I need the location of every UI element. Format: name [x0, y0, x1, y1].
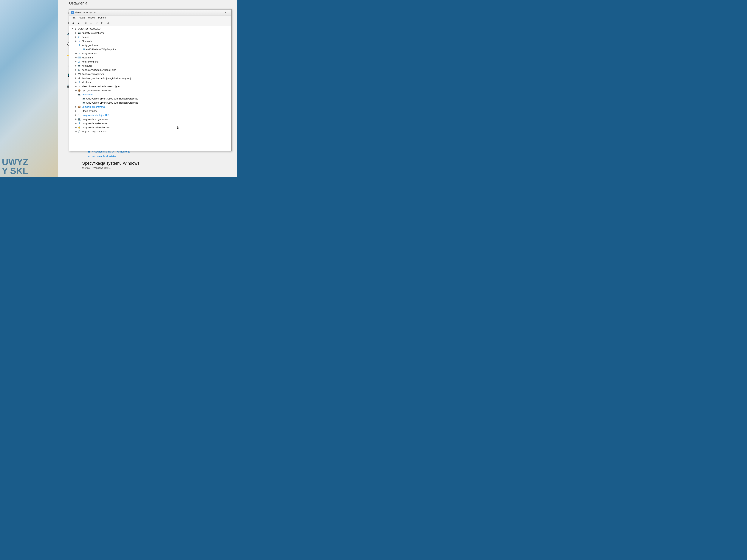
- tree-item-oprogramowanie[interactable]: ▶ 📦 Oprogramowanie układowe: [69, 88, 231, 92]
- kontrolery-magazynu-label: Kontrolery magazynu: [82, 73, 105, 75]
- tree-item-klawiatury[interactable]: ▶ ⌨ Klawiatury: [69, 55, 231, 59]
- version-value: Windows 10 H...: [93, 166, 111, 169]
- tree-item-amd-radeon[interactable]: 🖥 AMD Radeon(TM) Graphics: [69, 47, 231, 51]
- version-row: Wersja Windows 10 H...: [82, 166, 232, 169]
- cpu1-icon: 💻: [82, 97, 85, 100]
- tree-item-stacje[interactable]: ▶ — Stacje dysków: [69, 109, 231, 113]
- bluetooth-icon: ✦: [77, 39, 81, 43]
- tree-item-kontrolery-magazynu[interactable]: ▶ 💾 Kontrolery magazynu: [69, 72, 231, 76]
- procesory-icon: 💻: [77, 93, 81, 96]
- kolejki-label: Kolejki wydruku: [82, 60, 98, 63]
- tree-item-karty-sieciowe[interactable]: ▶ 🖥 Karty sieciowe: [69, 51, 231, 55]
- background-text: UWYZ Y SKL: [0, 156, 61, 177]
- cpu1-label: AMD Athlon Silver 3050U with Radeon Grap…: [86, 97, 138, 100]
- aparaty-icon: 📷: [77, 31, 81, 34]
- kontrolery-dzwieku-label: Kontrolery dźwięku, wideo i gier: [82, 69, 116, 71]
- toolbar-btn-1[interactable]: ⊞: [83, 21, 88, 25]
- monitory-expander: ▶: [75, 81, 77, 84]
- menu-file[interactable]: Plik: [70, 16, 77, 20]
- device-manager-titlebar: 🖥 Menedżer urządzeń — □ ✕: [69, 9, 231, 16]
- skladniki-icon: 📦: [77, 105, 81, 108]
- background-photo: [0, 0, 61, 177]
- root-expander: ▼: [71, 27, 74, 30]
- komputer-icon: 💻: [77, 64, 81, 68]
- komputer-label: Komputer: [82, 64, 92, 67]
- programowe-label: Urządzenia programowe: [82, 118, 108, 121]
- tree-item-programowe[interactable]: ▶ 💻 Urządzenia programowe: [69, 117, 231, 121]
- mysz-label: Mysz i inne urządzenia wskazujące: [82, 85, 120, 88]
- tree-item-mysz[interactable]: ▶ 🖱 Mysz i inne urządzenia wskazujące: [69, 84, 231, 88]
- aparaty-expander: ▶: [75, 31, 77, 34]
- karty-graficzne-icon: 🖥: [77, 44, 81, 47]
- systemowe-label: Urządzenia systemowe: [82, 122, 107, 125]
- baterie-label: Baterie: [82, 36, 89, 38]
- close-button[interactable]: ✕: [221, 10, 230, 15]
- tree-item-zabezpieczen[interactable]: ▶ 🔒 Urządzenia zabezpieczeń: [69, 125, 231, 129]
- kontrolery-dzwieku-icon: 🔊: [77, 68, 81, 72]
- kontrolery-magazynu-icon: 💾: [77, 72, 81, 76]
- window-controls: — □ ✕: [203, 10, 230, 15]
- stacje-label: Stacje dysków: [82, 110, 97, 112]
- amd-radeon-label: AMD Radeon(TM) Graphics: [86, 48, 116, 51]
- tree-item-komputer[interactable]: ▶ 💻 Komputer: [69, 64, 231, 68]
- baterie-icon: ⬡: [77, 35, 81, 38]
- audio-icon: 🎵: [77, 130, 81, 133]
- zabezpieczen-icon: 🔒: [77, 126, 81, 129]
- spec-title: Specyfikacja systemu Windows: [82, 161, 232, 166]
- maximize-button[interactable]: □: [212, 10, 221, 15]
- karty-graficzne-label: Karty graficzne: [82, 44, 98, 47]
- programowe-expander: ▶: [75, 117, 77, 121]
- minimize-button[interactable]: —: [203, 10, 212, 15]
- klawiatury-expander: ▶: [75, 56, 77, 59]
- forward-button[interactable]: ▶: [76, 21, 81, 25]
- kontrolery-dzwieku-expander: ▶: [75, 68, 77, 71]
- tree-item-kontrolery-usb[interactable]: ▶ 🔌 Kontrolery uniwersalnej magistrali s…: [69, 76, 231, 80]
- tree-item-audio[interactable]: ▶ 🎵 Wejścia i wyjścia audio: [69, 129, 231, 133]
- tree-item-aparaty[interactable]: ▶ 📷 Aparaty fotograficzne: [69, 31, 231, 35]
- zabezpieczen-expander: ▶: [75, 126, 77, 129]
- stacje-icon: —: [77, 109, 81, 112]
- tree-item-bluetooth[interactable]: ▶ ✦ Bluetooth: [69, 39, 231, 43]
- menu-help[interactable]: Pomoc: [97, 16, 107, 20]
- menu-action[interactable]: Akcja: [77, 16, 86, 20]
- zabezpieczen-label: Urządzenia zabezpieczeń: [82, 126, 109, 129]
- monitory-icon: 🖥: [77, 80, 81, 84]
- shared-link[interactable]: ✂ Wspólne środowisko: [88, 155, 232, 158]
- hid-label: Urządzenia interfejsu HID: [82, 114, 109, 116]
- tree-item-baterie[interactable]: ▶ ⬡ Baterie: [69, 35, 231, 39]
- tree-item-kontrolery-dzwieku[interactable]: ▶ 🔊 Kontrolery dźwięku, wideo i gier: [69, 68, 231, 72]
- karty-sieciowe-expander: ▶: [75, 52, 77, 55]
- amd-radeon-icon: 🖥: [82, 48, 85, 51]
- tree-item-procesory[interactable]: ▼ 💻 Procesory: [69, 92, 231, 97]
- tree-item-systemowe[interactable]: ▶ 🖥 Urządzenia systemowe: [69, 121, 231, 125]
- back-button[interactable]: ◀: [70, 21, 76, 25]
- oprogramowanie-label: Oprogramowanie układowe: [82, 89, 111, 92]
- tree-item-cpu2[interactable]: 💻 AMD Athlon Silver 3050U with Radeon Gr…: [69, 101, 231, 105]
- karty-graficzne-expander: ▼: [75, 44, 77, 47]
- tree-root[interactable]: ▼ 🖥 DESKTOP-C2903LU: [69, 27, 231, 31]
- tree-item-hid[interactable]: ▶ 🖱 Urządzenia interfejsu HID: [69, 113, 231, 117]
- toolbar: ◀ ▶ ⊞ ☰ ? ⊟ 🖥: [69, 20, 231, 26]
- tree-item-karty-graficzne[interactable]: ▼ 🖥 Karty graficzne: [69, 43, 231, 47]
- programowe-icon: 💻: [77, 117, 81, 121]
- toolbar-btn-4[interactable]: ⊟: [100, 21, 105, 25]
- toolbar-btn-5[interactable]: 🖥: [105, 21, 110, 25]
- device-manager-title: Menedżer urządzeń: [75, 11, 202, 14]
- tree-item-cpu1[interactable]: 💻 AMD Athlon Silver 3050U with Radeon Gr…: [69, 97, 231, 101]
- toolbar-btn-3[interactable]: ?: [94, 21, 99, 25]
- procesory-expander: ▼: [75, 93, 77, 96]
- komputer-expander: ▶: [75, 64, 77, 67]
- menu-view[interactable]: Widok: [87, 16, 96, 20]
- device-manager-title-icon: 🖥: [71, 11, 74, 14]
- skladniki-expander: ▶: [75, 105, 77, 108]
- toolbar-btn-2[interactable]: ☰: [88, 21, 94, 25]
- tree-item-monitory[interactable]: ▶ 🖥 Monitory: [69, 80, 231, 84]
- cpu1-expander: [79, 97, 82, 100]
- systemowe-expander: ▶: [75, 122, 77, 125]
- monitory-label: Monitory: [82, 81, 91, 84]
- menu-bar: Plik Akcja Widok Pomoc: [69, 16, 231, 20]
- bluetooth-label: Bluetooth: [82, 40, 92, 43]
- tree-item-kolejki[interactable]: ▶ 🖨 Kolejki wydruku: [69, 59, 231, 64]
- audio-label: Wejścia i wyjścia audio: [82, 130, 106, 133]
- tree-item-skladniki[interactable]: ▶ 📦 Składniki programowe: [69, 105, 231, 109]
